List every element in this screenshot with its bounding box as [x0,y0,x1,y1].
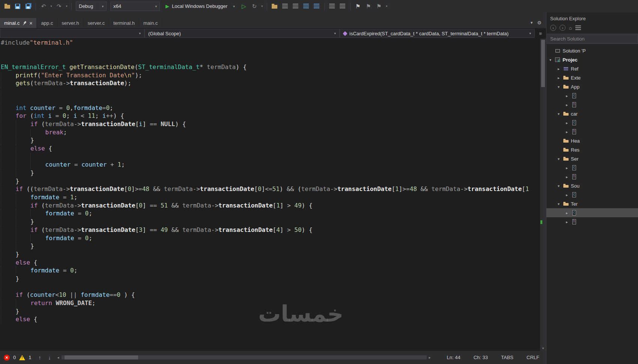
sync-with-active-document-icon[interactable] [575,26,581,30]
collapse-arrow-icon[interactable]: ▸ [564,103,569,107]
expand-arrow-icon[interactable]: ▾ [556,112,561,116]
scroll-left-icon[interactable]: ◂ [57,355,59,359]
indent-guide-icon [16,202,31,210]
editor-options-icon[interactable]: ≡ [535,31,546,36]
next-issue-icon[interactable]: ↓ [48,355,51,361]
increase-indent-icon[interactable] [338,2,348,11]
open-file-icon[interactable] [2,2,12,11]
expand-arrow-icon[interactable]: ▾ [556,85,561,89]
collapse-arrow-icon[interactable]: ▸ [564,175,569,179]
back-icon[interactable]: ‹ [550,25,556,31]
save-icon[interactable] [13,2,23,11]
horizontal-scrollbar-track[interactable] [62,355,427,359]
solution-search-input[interactable] [547,34,638,44]
collapse-arrow-icon[interactable]: ▸ [564,166,569,170]
tree-item-projec[interactable]: ▾Projec [546,55,638,64]
code-line: } [1,177,540,185]
tree-item-car[interactable]: ▾car [546,109,638,118]
tree-item-hfile[interactable]: ▸ [546,100,638,109]
tree-item-res[interactable]: Res [546,145,638,154]
code-editor[interactable]: #include"terminal.h"EN_terminalError_t g… [0,39,546,351]
tree-item-app[interactable]: ▾App [546,82,638,91]
home-icon[interactable]: ⌂ [569,25,572,31]
hot-reload-dropdown-icon[interactable]: ▾ [260,2,264,11]
start-debugging-button[interactable]: ▶ Local Windows Debugger ▾ [162,3,238,9]
solution-configurations-dropdown[interactable]: Debug ▾ [76,2,107,11]
tab-app-c[interactable]: app.c [37,18,57,28]
collapse-arrow-icon[interactable]: ▸ [564,130,569,134]
tree-item-ser[interactable]: ▾Ser [546,154,638,163]
tree-item-hea[interactable]: Hea [546,136,638,145]
project-dropdown[interactable]: ▾ [0,29,144,38]
tab-main-c[interactable]: main.c [139,18,162,28]
tree-item-cfile[interactable]: ▸ [546,91,638,100]
warnings-icon[interactable] [19,355,25,360]
tree-item-ter[interactable]: ▾Ter [546,199,638,208]
start-without-debugging-icon[interactable]: ▷ [239,2,249,11]
pin-icon[interactable] [22,20,27,26]
vertical-scrollbar[interactable]: ▾ [540,39,546,351]
tree-item-solution-'p[interactable]: Solution 'P [546,46,638,55]
collapse-arrow-icon[interactable]: ▸ [564,193,569,197]
collapse-arrow-icon[interactable]: ▸ [564,121,569,125]
undo-dropdown-icon[interactable]: ▾ [49,2,53,11]
decrease-indent-icon[interactable] [327,2,337,11]
tree-item-exte[interactable]: ▸Exte [546,73,638,82]
indent-guide-icon [1,120,16,128]
close-icon[interactable]: × [29,21,32,26]
save-all-icon[interactable] [23,2,33,11]
bookmarks-dropdown-icon[interactable]: ▾ [385,2,389,11]
add-new-item-icon[interactable] [270,2,280,11]
member-dropdown[interactable]: isCardExpired(ST_cardData_t * cardData, … [340,29,535,38]
tree-item-hfile[interactable]: ▸ [546,127,638,136]
scope-dropdown[interactable]: (Global Scope) ▾ [144,29,340,38]
tree-item-cfile[interactable]: ▸ [546,190,638,199]
peek-definition-icon[interactable] [291,2,301,11]
expand-arrow-icon[interactable]: ▾ [556,202,561,206]
toggle-bookmark-icon[interactable]: ⚑ [353,2,363,11]
scroll-right-icon[interactable]: ▸ [429,355,431,359]
undo-icon[interactable]: ↶ [39,2,48,11]
tab-options-icon[interactable]: ⚙ [537,20,542,26]
active-files-dropdown-icon[interactable]: ▾ [531,20,533,25]
tree-item-cfile[interactable]: ▸ [546,118,638,127]
tree-item-ref[interactable]: ▸Ref [546,64,638,73]
horizontal-scrollbar-thumb[interactable] [65,355,138,359]
tree-item-sou[interactable]: ▾Sou [546,181,638,190]
expand-arrow-icon[interactable]: ▾ [556,157,561,161]
collapse-arrow-icon[interactable]: ▸ [556,76,561,80]
expand-arrow-icon[interactable]: ▾ [556,184,561,188]
navigate-forward-icon[interactable] [312,2,322,11]
tree-item-hfile[interactable]: ▸ [546,172,638,181]
tab-server-c[interactable]: server.c [83,18,109,28]
collapse-arrow-icon[interactable]: ▸ [564,220,569,224]
navigate-backward-icon[interactable] [301,2,311,11]
redo-icon[interactable]: ↷ [54,2,64,11]
previous-issue-icon[interactable]: ↑ [38,355,41,361]
next-bookmark-icon[interactable]: ⚑ [374,2,384,11]
tree-item-cfile[interactable]: ▸ [546,208,638,217]
tree-item-cfile[interactable]: ▸ [546,163,638,172]
vertical-scrollbar-thumb[interactable] [541,40,545,87]
line-ending-indicator[interactable]: CRLF [527,355,539,360]
tree-item-hfile[interactable]: ▸ [546,217,638,226]
tab-server-h[interactable]: server.h [57,18,83,28]
scroll-down-icon[interactable]: ▾ [540,346,546,350]
hot-reload-icon[interactable]: ↻ [250,2,259,11]
window-layout-icon[interactable] [280,2,290,11]
tabs-indicator[interactable]: TABS [501,355,513,360]
tab-minal-c[interactable]: minal.c× [0,18,37,28]
previous-bookmark-icon[interactable]: ⚑ [364,2,373,11]
tab-terminal-h[interactable]: terminal.h [109,18,139,28]
collapse-arrow-icon[interactable]: ▸ [564,94,569,98]
collapse-arrow-icon[interactable]: ▸ [564,211,569,215]
tree-item-label: Ref [571,66,578,72]
indent-guide-icon [16,226,31,234]
errors-icon[interactable]: × [4,355,10,361]
expand-arrow-icon[interactable]: ▾ [548,58,553,62]
forward-icon[interactable]: › [560,25,566,31]
collapse-arrow-icon[interactable]: ▸ [556,67,561,71]
horizontal-scrollbar[interactable]: ◂ ▸ [57,355,430,359]
redo-dropdown-icon[interactable]: ▾ [65,2,69,11]
solution-platforms-dropdown[interactable]: x64 ▾ [110,2,160,11]
